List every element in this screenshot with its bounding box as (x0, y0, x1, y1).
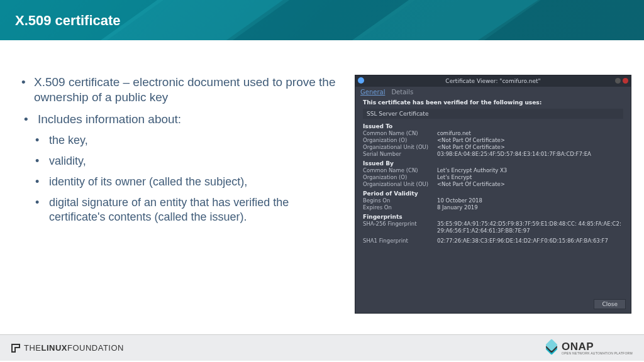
tab-details[interactable]: Details (391, 89, 413, 96)
cn-label: Common Name (CN) (363, 130, 437, 137)
bullet-issuer: digital signature of an entity that has … (33, 195, 340, 224)
slide-body: X.509 certificate – electronic document … (0, 40, 644, 334)
cert-tabs: GeneralDetails (355, 87, 631, 96)
onap-text: ONAP (562, 341, 633, 352)
linux-foundation-logo: THELINUXFOUNDATION (11, 343, 124, 353)
sn-label: Serial Number (363, 151, 437, 158)
ou2-label: Organizational Unit (OU) (363, 181, 437, 188)
lf-icon (11, 344, 20, 353)
bullet-key: the key, (33, 133, 340, 148)
minimize-icon[interactable] (615, 78, 621, 84)
onap-logo: ONAP OPEN NETWORK AUTOMATION PLATFORM (545, 341, 633, 355)
bullet-sub: Includes information about: (21, 112, 340, 127)
tab-general[interactable]: General (360, 89, 385, 96)
lf-the: THE (24, 343, 42, 353)
begins-value: 10 October 2018 (437, 197, 623, 204)
expires-label: Expires On (363, 204, 437, 211)
sha256-label: SHA-256 Fingerprint (363, 221, 437, 234)
validity-section: Period of Validity Begins On10 October 2… (355, 189, 631, 212)
sha256-value: 35:E5:9D:4A:91:75:42:D5:F9:83:7F:59:E1:D… (437, 221, 623, 234)
o-label: Organization (O) (363, 137, 437, 144)
cert-window-title: Certificate Viewer: "comifuro.net" (445, 78, 540, 84)
cert-verified-msg: This certificate has been verified for t… (355, 96, 631, 107)
lf-foundation: FOUNDATION (67, 343, 124, 353)
o2-label: Organization (O) (363, 174, 437, 181)
window-controls[interactable] (615, 78, 628, 84)
screenshot-column: Certificate Viewer: "comifuro.net" Gener… (346, 75, 631, 328)
ou2-value: <Not Part Of Certificate> (437, 181, 623, 188)
o-value: <Not Part Of Certificate> (437, 137, 623, 144)
cert-viewer-window: Certificate Viewer: "comifuro.net" Gener… (355, 75, 631, 314)
cn-value: comifuro.net (437, 130, 623, 137)
cert-titlebar: Certificate Viewer: "comifuro.net" (355, 75, 631, 87)
bullet-subject: identity of its owner (called the subjec… (33, 175, 340, 189)
close-button[interactable]: Close (594, 299, 626, 309)
cn2-label: Common Name (CN) (363, 167, 437, 174)
bullet-validity: validity, (33, 154, 340, 168)
fingerprints-section: Fingerprints SHA-256 Fingerprint35:E5:9D… (355, 212, 631, 244)
begins-label: Begins On (363, 197, 437, 204)
onap-icon (545, 342, 558, 354)
ou-value: <Not Part Of Certificate> (437, 144, 623, 151)
close-icon[interactable] (623, 78, 628, 84)
sn-value: 03:9B:EA:04:8E:25:4F:5D:57:84:E3:14:01:7… (437, 151, 623, 158)
lf-linux: LINUX (42, 343, 68, 353)
cert-use: SSL Server Certificate (363, 109, 623, 119)
issued-to-heading: Issued To (363, 123, 623, 129)
issued-to-section: Issued To Common Name (CN)comifuro.net O… (355, 121, 631, 158)
issued-by-section: Issued By Common Name (CN)Let's Encrypt … (355, 158, 631, 189)
slide-header: X.509 certificate (0, 0, 644, 40)
sha1-value: 02:77:26:AE:38:C3:EF:96:DE:14:D2:AF:F0:6… (437, 238, 623, 244)
validity-heading: Period of Validity (363, 190, 623, 197)
issued-by-heading: Issued By (363, 160, 623, 167)
fingerprints-heading: Fingerprints (363, 214, 623, 220)
app-icon (358, 77, 364, 84)
sha1-label: SHA1 Fingerprint (363, 238, 437, 244)
o2-value: Let's Encrypt (437, 174, 623, 181)
bullet-main: X.509 certificate – electronic document … (19, 75, 340, 106)
bullet-column: X.509 certificate – electronic document … (19, 75, 340, 328)
ou-label: Organizational Unit (OU) (363, 144, 437, 151)
slide-title: X.509 certificate (0, 0, 644, 29)
cn2-value: Let's Encrypt Authority X3 (437, 167, 623, 174)
slide-footer: THELINUXFOUNDATION ONAP OPEN NETWORK AUT… (0, 334, 644, 361)
expires-value: 8 January 2019 (437, 204, 623, 211)
onap-subtext: OPEN NETWORK AUTOMATION PLATFORM (562, 352, 633, 355)
